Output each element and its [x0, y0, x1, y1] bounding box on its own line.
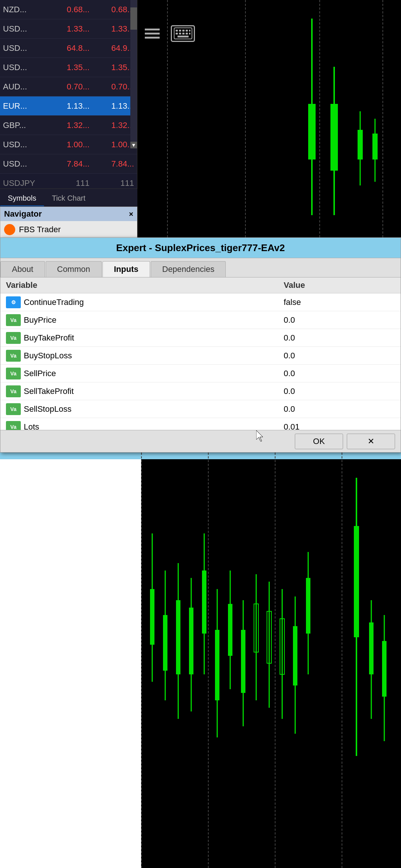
row-variable-name: SellStopLoss — [24, 404, 284, 414]
navigator-icon — [4, 224, 15, 235]
expert-table-row[interactable]: Va Lots 0.01 — [0, 418, 401, 430]
row-variable-name: ContinueTrading — [24, 297, 284, 307]
symbol-ask: 64.9... — [89, 43, 134, 53]
symbol-bid: 111 — [45, 178, 89, 188]
symbol-row[interactable]: USD... 1.35... 1.35... — [0, 58, 137, 77]
svg-rect-18 — [189, 33, 190, 34]
tab-about[interactable]: About — [0, 261, 45, 277]
symbol-name: USDJPY — [3, 178, 45, 188]
expert-footer: OK ✕ — [0, 430, 401, 452]
svg-rect-25 — [176, 600, 180, 674]
row-variable-name: BuyStopLoss — [24, 351, 284, 361]
expert-title-text: Expert - SuplexPrices_tiger777-EAv2 — [116, 242, 285, 254]
scrollbar-vertical[interactable]: ▼ — [130, 0, 137, 148]
expert-table-row[interactable]: Va SellStopLoss 0.0 — [0, 400, 401, 418]
mouse-cursor — [256, 430, 264, 441]
symbol-ask: 1.13... — [89, 101, 134, 111]
row-variable-value: 0.0 — [284, 387, 395, 396]
expert-tabs: About Common Inputs Dependencies — [0, 258, 401, 277]
symbol-bid: 1.32... — [45, 121, 89, 130]
symbol-name: EUR... — [3, 101, 45, 111]
svg-rect-3 — [330, 104, 338, 171]
svg-rect-13 — [189, 30, 190, 32]
symbol-name: AUD... — [3, 82, 45, 92]
symbol-name: USD... — [3, 43, 45, 53]
symbol-row[interactable]: GBP... 1.32... 1.32... — [0, 116, 137, 135]
row-variable-value: 0.0 — [284, 351, 395, 361]
symbol-row[interactable]: USD... 7.84... 7.84... — [0, 154, 137, 174]
svg-rect-10 — [179, 30, 181, 32]
hamburger-line-3 — [145, 37, 160, 39]
tab-tick-chart[interactable]: Tick Chart — [44, 191, 93, 206]
symbol-bid: 1.35... — [45, 63, 89, 72]
expert-table-row[interactable]: Va SellPrice 0.0 — [0, 365, 401, 382]
column-header-variable: Variable — [6, 280, 284, 290]
svg-rect-9 — [176, 30, 178, 32]
symbol-row[interactable]: AUD... 0.70... 0.70... — [0, 77, 137, 96]
tab-dependencies[interactable]: Dependencies — [151, 261, 226, 277]
symbol-name: USD... — [3, 63, 45, 72]
symbol-ask: 0.68... — [89, 5, 134, 14]
symbol-row-selected[interactable]: EUR... 1.13... 1.13... — [0, 96, 137, 116]
row-icon-bool: ⚙ — [6, 296, 21, 308]
navigator-title-bar: Navigator × — [0, 207, 137, 221]
symbol-row[interactable]: USD... 1.00... 1.00... — [0, 135, 137, 154]
svg-rect-29 — [202, 571, 206, 634]
svg-rect-23 — [163, 615, 167, 671]
svg-rect-12 — [186, 30, 188, 32]
hamburger-line-1 — [145, 29, 160, 30]
row-variable-name: BuyPrice — [24, 315, 284, 325]
svg-rect-5 — [358, 130, 363, 160]
expert-dialog: Expert - SuplexPrices_tiger777-EAv2 Abou… — [0, 237, 401, 453]
navigator-content: FBS Trader — [0, 221, 137, 238]
symbol-name: USD... — [3, 159, 45, 169]
symbol-bid: 0.68... — [45, 5, 89, 14]
hamburger-menu-button[interactable] — [145, 29, 160, 39]
keyboard-icon — [174, 27, 192, 39]
symbol-bid: 1.00... — [45, 140, 89, 149]
symbol-ask: 1.00... — [89, 140, 134, 149]
symbol-name: NZD... — [3, 5, 45, 14]
symbol-row[interactable]: USD... 64.8... 64.9... — [0, 39, 137, 58]
tab-common[interactable]: Common — [46, 261, 102, 277]
row-variable-name: SellTakeProfit — [24, 387, 284, 396]
svg-rect-27 — [189, 608, 193, 674]
symbol-ask: 1.33... — [89, 24, 134, 34]
expert-table-row[interactable]: ⚙ ContinueTrading false — [0, 293, 401, 311]
symbol-row[interactable]: USD... 1.33... 1.33... — [0, 19, 137, 39]
svg-rect-1 — [308, 104, 316, 160]
svg-rect-47 — [354, 526, 359, 637]
scrollbar-down-arrow[interactable]: ▼ — [130, 142, 137, 148]
svg-rect-31 — [215, 630, 219, 700]
svg-rect-7 — [372, 134, 378, 160]
row-variable-value: 0.0 — [284, 369, 395, 378]
symbol-bid: 64.8... — [45, 43, 89, 53]
scrollbar-thumb[interactable] — [130, 7, 137, 30]
expert-table-header: Variable Value — [0, 277, 401, 293]
expert-table-row[interactable]: Va BuyStopLoss 0.0 — [0, 347, 401, 365]
expert-table-row[interactable]: Va SellTakeProfit 0.0 — [0, 382, 401, 400]
symbol-name: USD... — [3, 24, 45, 34]
svg-rect-45 — [306, 578, 310, 634]
ok-button[interactable]: OK — [295, 434, 343, 449]
tab-symbols[interactable]: Symbols — [0, 191, 44, 206]
chart-bottom-area — [0, 453, 401, 868]
row-icon-var: Va — [6, 385, 21, 397]
symbol-ask: 1.32... — [89, 121, 134, 130]
symbol-name: GBP... — [3, 121, 45, 130]
cancel-button[interactable]: ✕ — [347, 434, 395, 449]
symbol-row[interactable]: NZD... 0.68... 0.68... — [0, 0, 137, 19]
navigator-close-button[interactable]: × — [129, 210, 133, 218]
expert-table-row[interactable]: Va BuyTakeProfit 0.0 — [0, 329, 401, 347]
svg-rect-14 — [176, 33, 178, 34]
row-variable-name: BuyTakeProfit — [24, 333, 284, 343]
svg-rect-35 — [241, 630, 245, 693]
tab-inputs[interactable]: Inputs — [102, 261, 150, 277]
row-icon-var: Va — [6, 350, 21, 362]
hamburger-line-2 — [145, 33, 160, 34]
svg-rect-21 — [150, 589, 154, 645]
keyboard-button[interactable] — [171, 25, 195, 42]
row-icon-var: Va — [6, 332, 21, 344]
svg-rect-49 — [369, 622, 374, 674]
expert-table-row[interactable]: Va BuyPrice 0.0 — [0, 311, 401, 329]
